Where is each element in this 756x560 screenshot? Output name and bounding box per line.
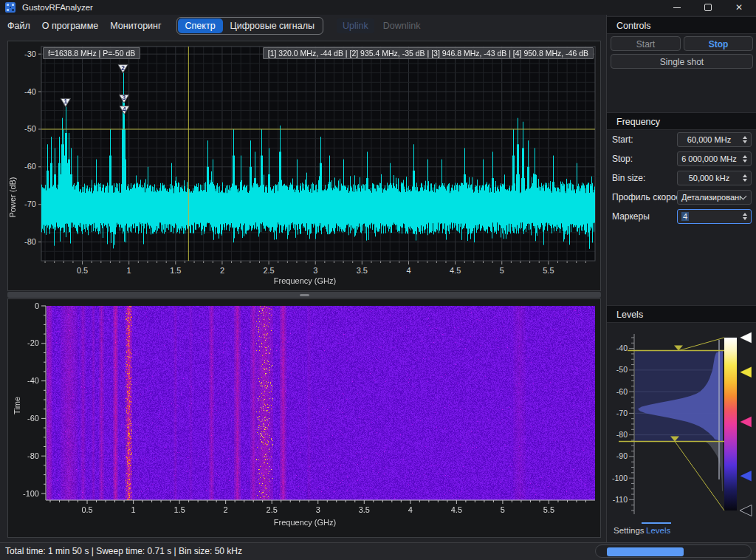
spin-down-icon[interactable] (743, 160, 747, 163)
svg-text:4.5: 4.5 (450, 266, 461, 275)
spin-up-icon[interactable] (743, 213, 747, 216)
svg-text:-110: -110 (613, 495, 628, 504)
spectrum-y-axis-label: Power (dB) (8, 146, 17, 249)
markers-spinbox[interactable]: 4 (677, 209, 752, 224)
app-window: GustovRFAnalyzer ✕ ФайлО программеМонито… (0, 0, 756, 560)
svg-text:-60: -60 (24, 162, 36, 171)
tab-settings[interactable]: Settings (614, 526, 645, 535)
spinbox-value: 60,000 MHz (678, 135, 740, 144)
tab-downlink: Downlink (383, 21, 421, 31)
spin-up-icon[interactable] (743, 155, 747, 158)
spin-up-icon[interactable] (743, 136, 747, 139)
spectrogram-image[interactable] (47, 306, 595, 500)
levels-chart: -40-50-60-70-80-90-100-110 (607, 325, 756, 521)
speed-profile-dropdown[interactable]: Детализированный (677, 190, 752, 205)
spinner-arrows (740, 136, 751, 143)
colormap-pointer[interactable] (740, 366, 752, 378)
svg-text:1: 1 (131, 505, 136, 514)
colormap-pointer[interactable] (740, 332, 752, 344)
svg-text:2: 2 (224, 505, 228, 514)
app-logo-icon (5, 2, 16, 13)
menu-bar: ФайлО программеМониторингСпектрЦифровые … (0, 15, 605, 37)
svg-text:-40: -40 (27, 376, 39, 385)
spectrum-trace[interactable] (41, 47, 595, 261)
svg-text:2.5: 2.5 (263, 266, 274, 275)
plot-splitter[interactable] (7, 292, 601, 298)
stop-button[interactable]: Stop (684, 36, 753, 51)
field-row: Bin size:50,000 kHz (607, 171, 756, 185)
window-title: GustovRFAnalyzer (22, 3, 93, 12)
spectrogram-x-axis-label: Frequency (GHz) (8, 518, 602, 527)
field-label: Маркеры (612, 211, 650, 222)
field-row: Профиль скоростиДетализированный (607, 190, 756, 205)
field-label: Stop: (612, 154, 633, 164)
svg-text:-60: -60 (27, 414, 39, 423)
svg-text:-80: -80 (27, 451, 39, 460)
colormap-pointer[interactable] (740, 417, 752, 428)
menu-monitoring[interactable]: Мониторинг (110, 21, 161, 31)
spin-down-icon[interactable] (743, 140, 747, 143)
progress-bar (595, 544, 752, 558)
field-row: Stop:6 000,000 MHz (607, 151, 756, 166)
tab-levels[interactable]: Levels (646, 526, 670, 535)
colorbar (724, 338, 737, 511)
maximize-icon[interactable] (693, 0, 724, 15)
svg-text:-80: -80 (24, 237, 36, 246)
svg-text:3.5: 3.5 (357, 266, 368, 275)
start-frequency-spinbox[interactable]: 60,000 MHz (677, 132, 752, 147)
spinner-arrows (740, 174, 751, 182)
spectrum-x-axis-label: Frequency (GHz) (8, 276, 602, 285)
svg-text:5.5: 5.5 (543, 266, 554, 275)
svg-text:-100: -100 (612, 474, 628, 482)
svg-text:-60: -60 (616, 387, 628, 396)
link-direction-group: UplinkDownlink (337, 18, 420, 33)
start-button[interactable]: Start (611, 36, 681, 51)
spectrum-panel: 0.511.522.533.544.555.5-30-40-50-60-70-8… (7, 41, 601, 291)
marker-readout: [1] 320.0 MHz, -44 dB | [2] 935.4 MHz, -… (263, 47, 594, 59)
svg-text:4: 4 (406, 266, 410, 275)
stop-frequency-spinbox[interactable]: 6 000,000 MHz (677, 151, 752, 166)
svg-text:-40: -40 (24, 87, 36, 96)
colormap-pointer[interactable] (740, 505, 752, 516)
close-icon[interactable]: ✕ (724, 0, 755, 15)
spin-down-icon[interactable] (743, 217, 747, 220)
chevron-down-icon[interactable] (740, 193, 747, 200)
tab-digital-signals[interactable]: Цифровые сигналы (223, 18, 322, 33)
spin-up-icon[interactable] (743, 174, 747, 177)
svg-text:1: 1 (127, 266, 131, 275)
svg-text:4: 4 (408, 505, 413, 514)
menu-file[interactable]: Файл (7, 21, 30, 31)
svg-text:5.5: 5.5 (543, 505, 554, 514)
svg-text:-80: -80 (616, 430, 628, 439)
bin-size-spinbox[interactable]: 50,000 kHz (677, 171, 752, 185)
svg-text:2.5: 2.5 (267, 505, 278, 514)
svg-text:0.5: 0.5 (77, 266, 88, 275)
spinbox-value: 4 (678, 212, 740, 221)
right-panel: Controls Start Stop Single shot Frequenc… (606, 15, 756, 542)
status-text: Total time: 1 min 50 s | Sweep time: 0.7… (5, 546, 242, 556)
svg-text:5: 5 (500, 266, 504, 275)
tab-spectrum[interactable]: Спектр (178, 18, 223, 33)
svg-text:2: 2 (220, 266, 224, 275)
svg-text:-50: -50 (616, 365, 628, 374)
spinner-arrows (740, 155, 751, 163)
controls-header: Controls (607, 16, 756, 34)
spin-down-icon[interactable] (743, 179, 747, 182)
minimize-icon[interactable] (662, 0, 693, 15)
dropdown-value: Детализированный (678, 193, 740, 202)
progress-fill (607, 547, 684, 556)
levels-axis: -40-50-60-70-80-90-100-110 (612, 334, 634, 514)
title-bar: GustovRFAnalyzer ✕ (0, 0, 756, 15)
single-shot-button[interactable]: Single shot (611, 54, 753, 69)
svg-text:3: 3 (313, 266, 317, 275)
colormap-pointer[interactable] (740, 471, 752, 482)
spectrogram-y-axis-label: Time (13, 354, 21, 457)
svg-text:3.5: 3.5 (359, 505, 370, 514)
spinbox-value: 6 000,000 MHz (678, 154, 740, 163)
status-bar: Total time: 1 min 50 s | Sweep time: 0.7… (0, 542, 756, 560)
field-label: Start: (612, 134, 633, 145)
tab-uplink: Uplink (337, 18, 374, 33)
spinner-arrows (740, 213, 751, 220)
field-row: Маркеры4 (607, 209, 756, 224)
menu-about[interactable]: О программе (42, 21, 98, 31)
